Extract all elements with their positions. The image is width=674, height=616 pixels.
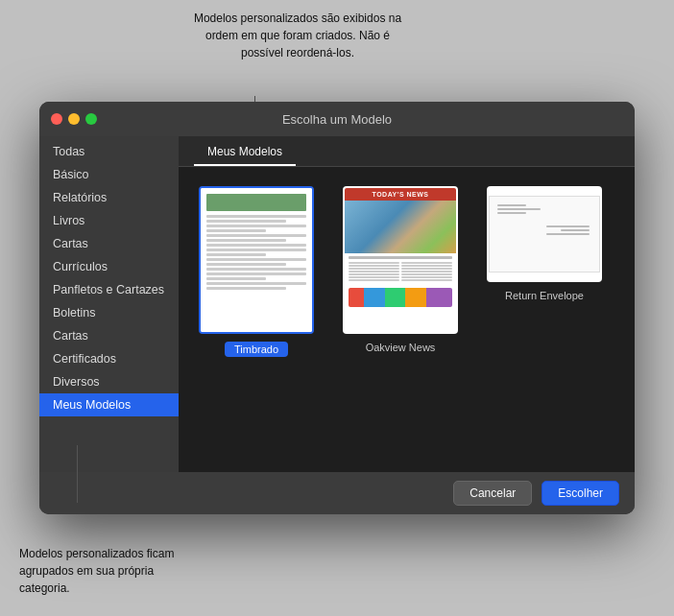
lh-line <box>206 287 286 290</box>
sidebar-item-cartas2[interactable]: Cartas <box>39 324 179 347</box>
nc-line <box>401 262 452 264</box>
lh-line <box>206 282 306 285</box>
title-bar: Escolha um Modelo <box>39 102 635 136</box>
tooltip-bottom: Modelos personalizados ficam agrupados e… <box>19 545 192 597</box>
sidebar-item-curriculos[interactable]: Currículos <box>39 255 179 278</box>
template-label-oakview-news: Oakview News <box>366 342 436 353</box>
sidebar-item-livros[interactable]: Livros <box>39 209 179 232</box>
sidebar-item-boletins[interactable]: Boletins <box>39 301 179 324</box>
template-item-timbrado[interactable]: Timbrado <box>194 186 319 357</box>
sidebar-item-panfletos[interactable]: Panfletos e Cartazes <box>39 278 179 301</box>
nc-line <box>349 265 399 267</box>
close-button[interactable] <box>51 113 62 125</box>
window: Escolha um Modelo Todas Básico Relatório… <box>39 102 635 514</box>
tooltip-top: Modelos personalizados são exibidos na o… <box>192 10 403 61</box>
env-line <box>546 225 590 227</box>
sidebar-item-meus-modelos[interactable]: Meus Modelos <box>39 393 179 416</box>
env-line <box>497 204 526 206</box>
nc-line <box>349 273 399 275</box>
news-col-left <box>349 262 399 282</box>
env-line <box>561 229 590 231</box>
lh-line <box>206 253 266 256</box>
tab-meus-modelos[interactable]: Meus Modelos <box>194 139 296 166</box>
sidebar-item-basico[interactable]: Básico <box>39 163 179 186</box>
template-label-return-envelope: Return Envelope <box>505 290 584 301</box>
template-label-timbrado: Timbrado <box>225 342 288 357</box>
news-col-right <box>401 262 452 282</box>
lh-line <box>206 215 306 218</box>
lh-line <box>206 244 306 247</box>
window-title: Escolha um Modelo <box>282 112 392 127</box>
news-cols <box>345 260 456 284</box>
footer: Cancelar Escolher <box>39 472 635 514</box>
lh-line <box>206 258 306 261</box>
nc-line <box>401 273 452 275</box>
choose-button[interactable]: Escolher <box>542 481 619 506</box>
sidebar: Todas Básico Relatórios Livros Cartas Cu… <box>39 136 179 472</box>
nc-line <box>401 271 452 272</box>
nc-line <box>401 268 452 270</box>
nc-line <box>349 276 399 278</box>
template-item-return-envelope[interactable]: Return Envelope <box>482 186 607 357</box>
lh-line <box>206 249 306 251</box>
window-body: Todas Básico Relatórios Livros Cartas Cu… <box>39 136 635 472</box>
envelope-preview <box>489 196 600 272</box>
nc-line <box>349 271 399 272</box>
traffic-lights <box>51 113 97 125</box>
template-grid: Timbrado TODAY'S NEWS <box>179 167 635 472</box>
minimize-button[interactable] <box>68 113 80 125</box>
nc-line <box>349 268 399 270</box>
lh-line <box>206 263 286 266</box>
sidebar-item-relatorios[interactable]: Relatórios <box>39 186 179 209</box>
sidebar-item-diversos[interactable]: Diversos <box>39 370 179 393</box>
nc-line <box>349 279 399 281</box>
tab-bar: Meus Modelos <box>179 136 635 167</box>
lh-line <box>206 220 286 223</box>
nc-line <box>349 262 399 264</box>
lh-line <box>206 268 306 271</box>
template-thumb-oakview-news[interactable]: TODAY'S NEWS <box>343 186 458 334</box>
main-area: Meus Modelos <box>179 136 635 472</box>
sidebar-item-certificados[interactable]: Certificados <box>39 347 179 370</box>
news-preview: TODAY'S NEWS <box>345 188 456 332</box>
env-line <box>497 208 541 210</box>
nc-line <box>401 276 452 278</box>
template-thumb-timbrado[interactable] <box>199 186 314 334</box>
news-header: TODAY'S NEWS <box>345 188 456 201</box>
template-thumb-return-envelope[interactable] <box>487 186 602 282</box>
news-image <box>345 201 456 253</box>
sidebar-item-cartas1[interactable]: Cartas <box>39 232 179 255</box>
lh-line <box>206 225 306 227</box>
env-return-address <box>497 204 541 216</box>
lh-line <box>206 229 266 232</box>
sidebar-item-todas[interactable]: Todas <box>39 140 179 163</box>
news-line <box>349 256 452 259</box>
letterhead-preview <box>201 188 312 332</box>
callout-line-bottom <box>77 445 78 503</box>
lh-line <box>206 277 266 280</box>
lh-line <box>206 272 306 275</box>
env-line <box>497 212 526 214</box>
template-item-oakview-news[interactable]: TODAY'S NEWS <box>338 186 463 357</box>
env-line <box>546 233 590 235</box>
nc-line <box>401 279 452 281</box>
lh-line <box>206 234 306 237</box>
maximize-button[interactable] <box>85 113 97 125</box>
env-to-address <box>546 225 590 237</box>
lh-line <box>206 239 286 242</box>
cancel-button[interactable]: Cancelar <box>453 481 532 506</box>
lh-header <box>206 194 306 211</box>
nc-line <box>401 265 452 267</box>
